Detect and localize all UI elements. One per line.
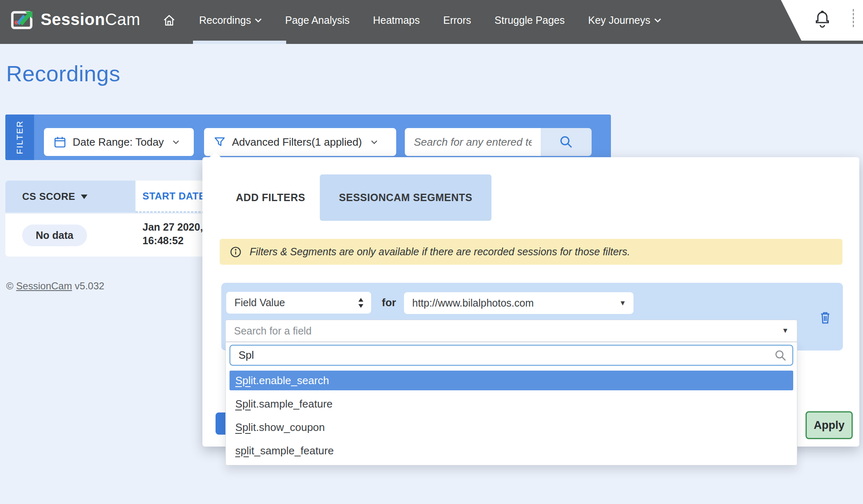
search-button[interactable] xyxy=(541,128,592,156)
sessioncam-logo-icon xyxy=(11,9,35,30)
nav-home-button[interactable] xyxy=(163,14,176,27)
target-site-select[interactable]: http://www.bilalphotos.com ▼ xyxy=(404,292,633,314)
filter-bar: FILTER Date Range: Today Advanced Filter… xyxy=(5,115,611,160)
nav-item-errors[interactable]: Errors xyxy=(443,14,471,26)
for-label: for xyxy=(382,296,396,309)
page-title: Recordings xyxy=(6,61,120,86)
dropdown-arrow-icon: ▼ xyxy=(619,299,626,307)
calendar-icon xyxy=(54,136,66,148)
dropdown-arrow-icon: ▼ xyxy=(782,327,789,335)
field-options-list: Split.enable_search Split.sample_feature… xyxy=(230,371,793,460)
active-nav-indicator xyxy=(193,41,286,44)
no-data-badge: No data xyxy=(22,225,87,246)
brand-logo[interactable]: SessionCam xyxy=(11,9,140,30)
footer-copyright: © SessionCam v5.032 xyxy=(6,280,104,292)
unfold-arrows-icon xyxy=(358,298,364,308)
nav-item-recordings[interactable]: Recordings xyxy=(199,14,262,26)
nav-item-heatmaps[interactable]: Heatmaps xyxy=(373,14,420,26)
nav-item-label: Recordings xyxy=(199,14,251,26)
info-icon xyxy=(230,246,241,258)
cs-score-cell: No data xyxy=(5,214,135,257)
notifications-bell-icon[interactable] xyxy=(814,10,831,30)
field-type-select[interactable]: Field Value xyxy=(226,292,371,314)
chevron-down-icon xyxy=(173,140,179,144)
segment-filter-row: Field Value for http://www.bilalphotos.c… xyxy=(221,283,843,351)
column-header-cs-score[interactable]: CS SCORE xyxy=(5,181,135,213)
field-option-selected[interactable]: Split.enable_search xyxy=(230,371,793,390)
home-icon xyxy=(163,14,176,27)
more-menu-icon[interactable] xyxy=(853,9,854,27)
nav-item-page-analysis[interactable]: Page Analysis xyxy=(285,14,349,26)
field-dropdown: Split.enable_search Split.sample_feature… xyxy=(225,342,797,465)
chevron-down-icon xyxy=(371,140,377,144)
filter-side-tab[interactable]: FILTER xyxy=(5,115,34,160)
sort-desc-icon xyxy=(81,195,87,199)
tab-add-filters[interactable]: ADD FILTERS xyxy=(221,174,320,221)
nav-item-struggle-pages[interactable]: Struggle Pages xyxy=(495,14,565,26)
advanced-filters-button[interactable]: Advanced Filters(1 applied) xyxy=(204,128,396,156)
field-search-combobox[interactable]: Search for a field ▼ xyxy=(225,320,797,342)
info-banner: Filters & Segments are only available if… xyxy=(220,239,842,265)
nav-item-key-journeys[interactable]: Key Journeys xyxy=(588,14,661,26)
field-option[interactable]: split_sample_feature xyxy=(230,441,793,460)
apply-button[interactable]: Apply xyxy=(806,411,853,439)
panel-notch xyxy=(209,152,221,158)
chevron-down-icon xyxy=(255,18,262,23)
funnel-icon xyxy=(214,136,225,148)
sessioncam-link[interactable]: SessionCam xyxy=(16,280,72,291)
delete-filter-button[interactable] xyxy=(819,311,831,325)
trash-icon xyxy=(819,311,831,325)
search-icon xyxy=(774,349,787,362)
advanced-filters-panel: ADD FILTERS SESSIONCAM SEGMENTS Filters … xyxy=(202,157,859,447)
banner-text: Filters & Segments are only available if… xyxy=(250,246,630,258)
panel-tabs: ADD FILTERS SESSIONCAM SEGMENTS xyxy=(221,174,491,221)
chevron-down-icon xyxy=(654,18,661,23)
field-option[interactable]: Split.sample_feature xyxy=(230,394,793,414)
brand-name: SessionCam xyxy=(41,10,140,29)
search-text-input[interactable] xyxy=(405,128,541,156)
date-range-button[interactable]: Date Range: Today xyxy=(44,128,194,156)
tab-sessioncam-segments[interactable]: SESSIONCAM SEGMENTS xyxy=(320,174,491,221)
search-icon xyxy=(559,135,573,149)
field-option[interactable]: Split.show_coupon xyxy=(230,417,793,437)
top-nav: SessionCam Recordings Page Analysis Heat… xyxy=(0,0,863,44)
field-search-input[interactable] xyxy=(230,345,793,366)
